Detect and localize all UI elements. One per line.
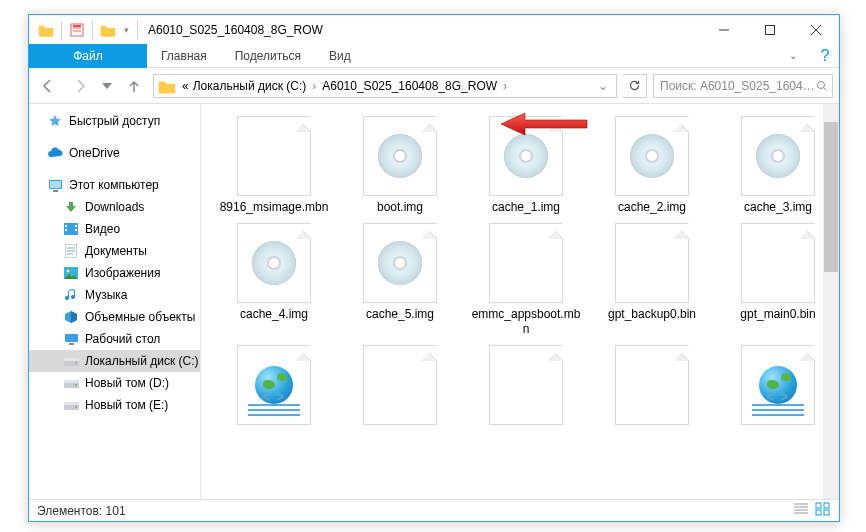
- svg-rect-1: [766, 25, 775, 34]
- svg-rect-17: [64, 358, 79, 361]
- file-thumb: [237, 116, 311, 196]
- file-thumb: [615, 223, 689, 303]
- sidebar-item-7[interactable]: Локальный диск (C:): [29, 350, 200, 372]
- sidebar-item-8[interactable]: Новый том (D:): [29, 372, 200, 394]
- qat-folder-icon[interactable]: [97, 19, 119, 41]
- svg-rect-15: [69, 343, 74, 345]
- qat-dropdown-icon[interactable]: ▾: [119, 19, 133, 41]
- file-pane[interactable]: 8916_msimage.mbnboot.imgcache_1.imgcache…: [201, 104, 839, 499]
- file-name: cache_4.img: [240, 307, 308, 322]
- window-title: A6010_S025_160408_8G_ROW: [148, 23, 323, 37]
- chevron-right-icon: ›: [499, 79, 511, 93]
- file-name: emmc_appsboot.mbn: [471, 307, 581, 337]
- view-thumbnails-icon[interactable]: [815, 502, 831, 519]
- status-bar: Элементов: 101: [29, 499, 839, 521]
- svg-point-13: [67, 270, 70, 273]
- maximize-button[interactable]: [747, 15, 793, 44]
- svg-rect-8: [65, 229, 67, 231]
- file-item[interactable]: cache_1.img: [467, 116, 585, 215]
- sidebar-item-onedrive[interactable]: OneDrive: [29, 142, 200, 164]
- disk-icon: [63, 376, 79, 390]
- pc-icon: [47, 178, 63, 192]
- file-item[interactable]: < >: [719, 345, 837, 429]
- file-item[interactable]: cache_2.img: [593, 116, 711, 215]
- forward-button[interactable]: [67, 73, 93, 99]
- svg-rect-4: [50, 181, 61, 188]
- sidebar-item-quick[interactable]: Быстрый доступ: [29, 110, 200, 132]
- file-item[interactable]: 8916_msimage.mbn: [215, 116, 333, 215]
- view-details-icon[interactable]: [793, 502, 809, 519]
- svg-rect-7: [65, 225, 67, 227]
- close-button[interactable]: [793, 15, 839, 44]
- tab-view[interactable]: Вид: [315, 44, 365, 68]
- tab-file[interactable]: Файл: [29, 44, 147, 68]
- address-bar[interactable]: « Локальный диск (C:) › A6010_S025_16040…: [153, 74, 617, 98]
- address-dropdown-icon[interactable]: ⌄: [594, 79, 612, 93]
- file-thumb: [741, 223, 815, 303]
- disk-icon: [63, 398, 79, 412]
- 3d-icon: [63, 310, 79, 324]
- crumb-prefix: «: [180, 79, 191, 93]
- svg-rect-14: [65, 334, 78, 342]
- sidebar-item-9[interactable]: Новый том (E:): [29, 394, 200, 416]
- file-item[interactable]: [593, 345, 711, 429]
- crumb-drive[interactable]: Локальный диск (C:): [191, 79, 309, 93]
- sidebar-item-pc[interactable]: Этот компьютер: [29, 174, 200, 196]
- vid-icon: [63, 222, 79, 236]
- folder-icon: [35, 19, 57, 41]
- file-name: cache_2.img: [618, 200, 686, 215]
- tab-home[interactable]: Главная: [147, 44, 221, 68]
- scrollbar[interactable]: [823, 104, 839, 499]
- file-item[interactable]: boot.img: [341, 116, 459, 215]
- file-item[interactable]: [467, 345, 585, 429]
- refresh-button[interactable]: [623, 74, 647, 98]
- sidebar-item-0[interactable]: Downloads: [29, 196, 200, 218]
- sidebar-item-3[interactable]: Изображения: [29, 262, 200, 284]
- sidebar-item-2[interactable]: Документы: [29, 240, 200, 262]
- scrollbar-thumb[interactable]: [824, 122, 838, 272]
- file-thumb: [363, 116, 437, 196]
- file-item[interactable]: gpt_backup0.bin: [593, 223, 711, 337]
- sidebar-item-6[interactable]: Рабочий стол: [29, 328, 200, 350]
- doc-icon: [63, 244, 79, 258]
- chevron-right-icon: ›: [308, 79, 320, 93]
- file-item[interactable]: [341, 345, 459, 429]
- sidebar-item-4[interactable]: Музыка: [29, 284, 200, 306]
- back-button[interactable]: [35, 73, 61, 99]
- help-icon[interactable]: ?: [811, 47, 839, 65]
- svg-point-18: [75, 362, 77, 364]
- ribbon: Файл Главная Поделиться Вид ⌄ ?: [29, 44, 839, 68]
- file-item[interactable]: cache_5.img: [341, 223, 459, 337]
- sidebar-item-5[interactable]: Объемные объекты: [29, 306, 200, 328]
- explorer-window: ▾ A6010_S025_160408_8G_ROW Файл Главная …: [28, 14, 840, 522]
- qat-prop-icon[interactable]: [66, 19, 88, 41]
- file-name: gpt_main0.bin: [740, 307, 815, 322]
- minimize-button[interactable]: [701, 15, 747, 44]
- svg-rect-10: [75, 229, 77, 231]
- file-item[interactable]: cache_4.img: [215, 223, 333, 337]
- file-thumb: [489, 116, 563, 196]
- desk-icon: [63, 332, 79, 346]
- file-item[interactable]: gpt_main0.bin: [719, 223, 837, 337]
- crumb-folder[interactable]: A6010_S025_160408_8G_ROW: [320, 79, 499, 93]
- star-icon: [47, 114, 63, 128]
- file-name: 8916_msimage.mbn: [220, 200, 329, 215]
- tab-share[interactable]: Поделиться: [221, 44, 315, 68]
- file-name: gpt_backup0.bin: [608, 307, 696, 322]
- ribbon-expand-icon[interactable]: ⌄: [775, 50, 811, 61]
- file-thumb: [615, 116, 689, 196]
- file-item[interactable]: < >: [215, 345, 333, 429]
- file-thumb: [615, 345, 689, 425]
- file-item[interactable]: emmc_appsboot.mbn: [467, 223, 585, 337]
- file-item[interactable]: cache_3.img: [719, 116, 837, 215]
- history-dropdown-icon[interactable]: [99, 73, 115, 99]
- up-button[interactable]: [121, 73, 147, 99]
- file-thumb: [489, 223, 563, 303]
- svg-rect-26: [824, 503, 829, 508]
- qat: ▾: [29, 19, 142, 41]
- status-count: 101: [106, 504, 126, 518]
- sidebar-item-1[interactable]: Видео: [29, 218, 200, 240]
- svg-rect-5: [53, 190, 58, 192]
- search-input[interactable]: Поиск: A6010_S025_160408_8...: [653, 74, 833, 98]
- file-thumb: [237, 223, 311, 303]
